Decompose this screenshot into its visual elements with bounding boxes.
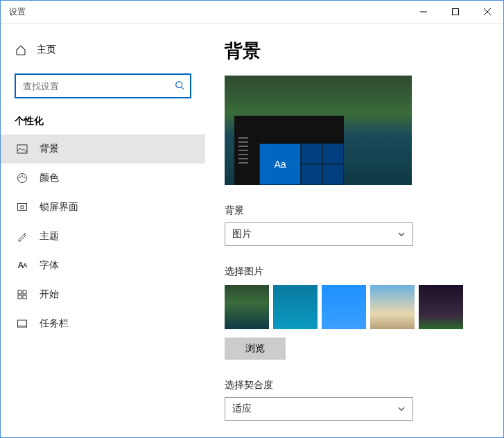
desktop-preview: Aa [225, 76, 412, 185]
palette-icon [16, 172, 28, 184]
window-controls [408, 1, 503, 23]
background-type-value: 图片 [232, 228, 252, 240]
sidebar-item-label: 开始 [40, 288, 59, 301]
picture-thumbnails [225, 285, 484, 329]
taskbar-icon [16, 317, 28, 330]
search-box[interactable] [15, 73, 191, 98]
page-title: 背景 [225, 39, 484, 63]
fit-select[interactable]: 适应 [225, 397, 413, 421]
fit-value: 适应 [232, 403, 252, 415]
sidebar-section-title: 个性化 [15, 115, 205, 128]
settings-window: 设置 主页 [0, 0, 504, 438]
svg-point-4 [19, 177, 21, 178]
home-icon [15, 44, 27, 56]
preview-start-overlay: Aa [234, 116, 344, 185]
minimize-icon [420, 8, 427, 15]
sidebar-item-label: 字体 [40, 259, 59, 272]
picture-thumb-1[interactable] [225, 285, 269, 329]
home-link[interactable]: 主页 [1, 36, 205, 64]
svg-point-5 [21, 175, 23, 177]
svg-rect-10 [23, 290, 26, 294]
close-icon [484, 8, 491, 15]
svg-rect-9 [18, 290, 21, 294]
window-body: 主页 个性化 背景 [1, 24, 503, 437]
background-type-select[interactable]: 图片 [225, 222, 413, 246]
titlebar: 设置 [1, 1, 503, 24]
svg-rect-12 [23, 295, 26, 299]
maximize-button[interactable] [440, 1, 471, 23]
sidebar-item-label: 颜色 [40, 172, 59, 184]
sidebar-item-fonts[interactable]: AA 字体 [1, 251, 205, 280]
window-title: 设置 [1, 6, 26, 18]
chevron-down-icon [397, 405, 406, 413]
content-area: 背景 Aa 背景 图片 [205, 24, 503, 437]
sidebar-item-colors[interactable]: 颜色 [1, 164, 205, 193]
minimize-button[interactable] [408, 1, 440, 23]
sidebar: 主页 个性化 背景 [1, 24, 205, 437]
choose-picture-label: 选择图片 [225, 265, 484, 278]
sidebar-item-themes[interactable]: 主题 [1, 222, 205, 251]
sidebar-item-taskbar[interactable]: 任务栏 [1, 309, 205, 338]
sidebar-item-start[interactable]: 开始 [1, 280, 205, 309]
sidebar-item-label: 锁屏界面 [40, 201, 78, 213]
svg-rect-2 [17, 145, 27, 153]
fit-label: 选择契合度 [225, 379, 484, 392]
search-container [15, 73, 191, 98]
chevron-down-icon [397, 230, 406, 238]
picture-thumb-4[interactable] [370, 285, 415, 329]
preview-sample-text: Aa [259, 143, 301, 185]
background-type-label: 背景 [225, 204, 484, 217]
search-input[interactable] [21, 80, 175, 92]
sidebar-item-lockscreen[interactable]: 锁屏界面 [1, 193, 205, 222]
picture-thumb-2[interactable] [273, 285, 318, 329]
close-button[interactable] [471, 1, 503, 23]
start-icon [16, 288, 28, 301]
lockscreen-icon [16, 201, 28, 213]
svg-rect-0 [453, 9, 459, 15]
sidebar-item-label: 主题 [40, 230, 59, 243]
maximize-icon [452, 8, 459, 15]
search-icon [175, 80, 184, 92]
sidebar-item-label: 任务栏 [40, 317, 69, 330]
home-label: 主页 [37, 44, 56, 56]
svg-point-3 [18, 174, 27, 183]
svg-rect-14 [18, 325, 27, 327]
font-icon: AA [16, 259, 28, 272]
sidebar-item-label: 背景 [40, 143, 59, 155]
sidebar-item-background[interactable]: 背景 [1, 134, 205, 164]
browse-button-label: 浏览 [245, 342, 265, 355]
svg-point-6 [24, 177, 25, 178]
svg-rect-7 [18, 204, 27, 211]
svg-point-1 [176, 81, 182, 87]
picture-thumb-3[interactable] [322, 285, 366, 329]
picture-thumb-5[interactable] [419, 285, 463, 329]
svg-rect-8 [21, 206, 24, 209]
browse-button[interactable]: 浏览 [225, 338, 286, 360]
svg-rect-11 [18, 295, 21, 299]
theme-icon [16, 230, 28, 243]
picture-icon [16, 143, 28, 155]
preview-nav-icon [234, 116, 259, 185]
